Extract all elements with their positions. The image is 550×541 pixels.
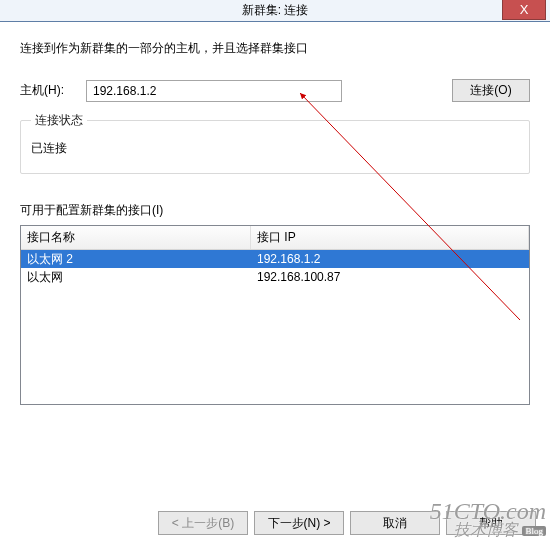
grid-header: 接口名称 接口 IP (21, 226, 529, 250)
grid-row[interactable]: 以太网 192.168.100.87 (21, 268, 529, 286)
host-label: 主机(H): (20, 82, 76, 99)
host-row: 主机(H): 连接(O) (20, 79, 530, 102)
cell-name: 以太网 (21, 268, 251, 287)
cell-name: 以太网 2 (21, 250, 251, 269)
interfaces-grid[interactable]: 接口名称 接口 IP 以太网 2 192.168.1.2 以太网 192.168… (20, 225, 530, 405)
grid-row[interactable]: 以太网 2 192.168.1.2 (21, 250, 529, 268)
next-button[interactable]: 下一步(N) > (254, 511, 344, 535)
cell-ip: 192.168.1.2 (251, 251, 529, 267)
col-header-ip[interactable]: 接口 IP (251, 226, 529, 249)
window-title: 新群集: 连接 (242, 2, 309, 19)
col-header-name[interactable]: 接口名称 (21, 226, 251, 249)
help-button[interactable]: 帮助 (446, 511, 536, 535)
wizard-footer: < 上一步(B) 下一步(N) > 取消 帮助 (0, 511, 550, 535)
instruction-text: 连接到作为新群集的一部分的主机，并且选择群集接口 (20, 40, 530, 57)
connection-status-group: 连接状态 已连接 (20, 120, 530, 174)
interfaces-label: 可用于配置新群集的接口(I) (20, 202, 530, 219)
connection-status-text: 已连接 (31, 140, 519, 157)
titlebar: 新群集: 连接 X (0, 0, 550, 22)
host-input[interactable] (86, 80, 342, 102)
cancel-button[interactable]: 取消 (350, 511, 440, 535)
back-button[interactable]: < 上一步(B) (158, 511, 248, 535)
cell-ip: 192.168.100.87 (251, 269, 529, 285)
grid-body: 以太网 2 192.168.1.2 以太网 192.168.100.87 (21, 250, 529, 404)
connection-status-legend: 连接状态 (31, 112, 87, 129)
close-icon: X (520, 2, 529, 17)
connect-button[interactable]: 连接(O) (452, 79, 530, 102)
close-button[interactable]: X (502, 0, 546, 20)
dialog-content: 连接到作为新群集的一部分的主机，并且选择群集接口 主机(H): 连接(O) 连接… (0, 22, 550, 417)
